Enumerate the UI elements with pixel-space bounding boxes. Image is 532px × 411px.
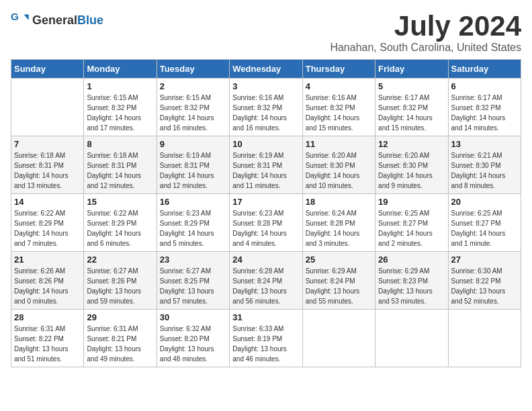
- calendar-week-row: 14Sunrise: 6:22 AM Sunset: 8:29 PM Dayli…: [11, 194, 521, 252]
- svg-text:G: G: [11, 11, 19, 22]
- calendar-cell: 7Sunrise: 6:18 AM Sunset: 8:31 PM Daylig…: [11, 136, 84, 194]
- calendar-cell: 6Sunrise: 6:17 AM Sunset: 8:32 PM Daylig…: [448, 79, 521, 136]
- day-info: Sunrise: 6:23 AM Sunset: 8:28 PM Dayligh…: [232, 208, 299, 248]
- day-number: 1: [87, 81, 153, 91]
- day-number: 22: [87, 255, 153, 265]
- calendar-cell: 23Sunrise: 6:27 AM Sunset: 8:25 PM Dayli…: [157, 252, 229, 310]
- day-info: Sunrise: 6:33 AM Sunset: 8:19 PM Dayligh…: [232, 324, 299, 364]
- day-info: Sunrise: 6:31 AM Sunset: 8:22 PM Dayligh…: [14, 324, 81, 364]
- day-info: Sunrise: 6:23 AM Sunset: 8:29 PM Dayligh…: [160, 208, 226, 248]
- day-info: Sunrise: 6:24 AM Sunset: 8:28 PM Dayligh…: [306, 208, 372, 248]
- day-number: 27: [451, 255, 518, 265]
- day-number: 23: [160, 255, 226, 265]
- calendar-cell: 20Sunrise: 6:25 AM Sunset: 8:27 PM Dayli…: [448, 194, 521, 252]
- day-info: Sunrise: 6:22 AM Sunset: 8:29 PM Dayligh…: [14, 208, 81, 248]
- calendar-cell: 11Sunrise: 6:20 AM Sunset: 8:30 PM Dayli…: [302, 136, 375, 194]
- day-info: Sunrise: 6:21 AM Sunset: 8:30 PM Dayligh…: [451, 150, 518, 191]
- day-number: 25: [306, 255, 372, 265]
- logo-text: GeneralBlue: [32, 13, 103, 28]
- day-info: Sunrise: 6:32 AM Sunset: 8:20 PM Dayligh…: [160, 324, 226, 364]
- day-info: Sunrise: 6:17 AM Sunset: 8:32 PM Dayligh…: [378, 93, 445, 133]
- day-number: 11: [306, 139, 372, 149]
- day-number: 8: [87, 139, 153, 149]
- calendar-cell: 10Sunrise: 6:19 AM Sunset: 8:31 PM Dayli…: [230, 136, 302, 194]
- logo-icon: G: [11, 11, 30, 30]
- calendar-cell: 22Sunrise: 6:27 AM Sunset: 8:26 PM Dayli…: [84, 252, 157, 310]
- day-info: Sunrise: 6:30 AM Sunset: 8:22 PM Dayligh…: [451, 266, 518, 306]
- day-number: 21: [14, 255, 81, 265]
- calendar-cell: 3Sunrise: 6:16 AM Sunset: 8:32 PM Daylig…: [230, 79, 302, 136]
- calendar-week-row: 21Sunrise: 6:26 AM Sunset: 8:26 PM Dayli…: [11, 252, 521, 310]
- calendar-cell: 2Sunrise: 6:15 AM Sunset: 8:32 PM Daylig…: [157, 79, 229, 136]
- day-number: 14: [14, 197, 81, 207]
- day-number: 28: [14, 312, 81, 322]
- day-info: Sunrise: 6:16 AM Sunset: 8:32 PM Dayligh…: [232, 93, 299, 133]
- calendar-cell: 12Sunrise: 6:20 AM Sunset: 8:30 PM Dayli…: [375, 136, 448, 194]
- calendar-header-row: SundayMondayTuesdayWednesdayThursdayFrid…: [11, 60, 521, 79]
- day-info: Sunrise: 6:26 AM Sunset: 8:26 PM Dayligh…: [14, 266, 81, 306]
- day-number: 20: [451, 197, 518, 207]
- location-title: Hanahan, South Carolina, United States: [330, 42, 521, 54]
- day-number: 2: [160, 81, 226, 91]
- day-number: 6: [451, 81, 518, 91]
- day-number: 7: [14, 139, 81, 149]
- calendar-cell: 19Sunrise: 6:25 AM Sunset: 8:27 PM Dayli…: [375, 194, 448, 252]
- calendar-cell: 15Sunrise: 6:22 AM Sunset: 8:29 PM Dayli…: [84, 194, 157, 252]
- day-info: Sunrise: 6:17 AM Sunset: 8:32 PM Dayligh…: [451, 93, 518, 133]
- header-saturday: Saturday: [448, 60, 521, 79]
- calendar-cell: 26Sunrise: 6:29 AM Sunset: 8:23 PM Dayli…: [375, 252, 448, 310]
- day-number: 18: [306, 197, 372, 207]
- day-number: 10: [232, 139, 299, 149]
- day-info: Sunrise: 6:25 AM Sunset: 8:27 PM Dayligh…: [378, 208, 445, 248]
- day-number: 31: [232, 312, 299, 322]
- day-number: 29: [87, 312, 153, 322]
- calendar-cell: [302, 310, 375, 367]
- day-number: 3: [232, 81, 299, 91]
- day-number: 17: [232, 197, 299, 207]
- day-info: Sunrise: 6:25 AM Sunset: 8:27 PM Dayligh…: [451, 208, 518, 248]
- day-info: Sunrise: 6:31 AM Sunset: 8:21 PM Dayligh…: [87, 324, 153, 364]
- day-number: 5: [378, 81, 445, 91]
- calendar-cell: 21Sunrise: 6:26 AM Sunset: 8:26 PM Dayli…: [11, 252, 84, 310]
- calendar-cell: 27Sunrise: 6:30 AM Sunset: 8:22 PM Dayli…: [448, 252, 521, 310]
- day-number: 12: [378, 139, 445, 149]
- calendar-cell: 25Sunrise: 6:29 AM Sunset: 8:24 PM Dayli…: [302, 252, 375, 310]
- calendar-cell: 14Sunrise: 6:22 AM Sunset: 8:29 PM Dayli…: [11, 194, 84, 252]
- header-wednesday: Wednesday: [230, 60, 302, 79]
- logo-blue: Blue: [77, 13, 103, 27]
- calendar-week-row: 28Sunrise: 6:31 AM Sunset: 8:22 PM Dayli…: [11, 310, 521, 367]
- day-info: Sunrise: 6:15 AM Sunset: 8:32 PM Dayligh…: [160, 93, 226, 133]
- day-info: Sunrise: 6:29 AM Sunset: 8:23 PM Dayligh…: [378, 266, 445, 306]
- calendar-cell: 24Sunrise: 6:28 AM Sunset: 8:24 PM Dayli…: [230, 252, 302, 310]
- day-number: 26: [378, 255, 445, 265]
- header-thursday: Thursday: [302, 60, 375, 79]
- calendar-cell: [448, 310, 521, 367]
- calendar-cell: 30Sunrise: 6:32 AM Sunset: 8:20 PM Dayli…: [157, 310, 229, 367]
- day-info: Sunrise: 6:18 AM Sunset: 8:31 PM Dayligh…: [87, 150, 153, 191]
- calendar-cell: 1Sunrise: 6:15 AM Sunset: 8:32 PM Daylig…: [84, 79, 157, 136]
- day-info: Sunrise: 6:20 AM Sunset: 8:30 PM Dayligh…: [378, 150, 445, 191]
- day-number: 13: [451, 139, 518, 149]
- day-number: 4: [306, 81, 372, 91]
- day-info: Sunrise: 6:28 AM Sunset: 8:24 PM Dayligh…: [232, 266, 299, 306]
- day-info: Sunrise: 6:18 AM Sunset: 8:31 PM Dayligh…: [14, 150, 81, 191]
- calendar-cell: 16Sunrise: 6:23 AM Sunset: 8:29 PM Dayli…: [157, 194, 229, 252]
- day-number: 9: [160, 139, 226, 149]
- calendar-cell: 8Sunrise: 6:18 AM Sunset: 8:31 PM Daylig…: [84, 136, 157, 194]
- calendar-cell: 18Sunrise: 6:24 AM Sunset: 8:28 PM Dayli…: [302, 194, 375, 252]
- day-info: Sunrise: 6:29 AM Sunset: 8:24 PM Dayligh…: [306, 266, 372, 306]
- day-info: Sunrise: 6:27 AM Sunset: 8:25 PM Dayligh…: [160, 266, 226, 306]
- header-monday: Monday: [84, 60, 157, 79]
- svg-marker-1: [24, 15, 29, 20]
- day-info: Sunrise: 6:20 AM Sunset: 8:30 PM Dayligh…: [306, 150, 372, 191]
- header-friday: Friday: [375, 60, 448, 79]
- day-info: Sunrise: 6:15 AM Sunset: 8:32 PM Dayligh…: [87, 93, 153, 133]
- logo-general: General: [32, 13, 77, 27]
- day-info: Sunrise: 6:16 AM Sunset: 8:32 PM Dayligh…: [306, 93, 372, 133]
- calendar-cell: 5Sunrise: 6:17 AM Sunset: 8:32 PM Daylig…: [375, 79, 448, 136]
- calendar-week-row: 7Sunrise: 6:18 AM Sunset: 8:31 PM Daylig…: [11, 136, 521, 194]
- calendar-cell: 4Sunrise: 6:16 AM Sunset: 8:32 PM Daylig…: [302, 79, 375, 136]
- calendar-cell: 13Sunrise: 6:21 AM Sunset: 8:30 PM Dayli…: [448, 136, 521, 194]
- day-number: 15: [87, 197, 153, 207]
- day-info: Sunrise: 6:19 AM Sunset: 8:31 PM Dayligh…: [160, 150, 226, 191]
